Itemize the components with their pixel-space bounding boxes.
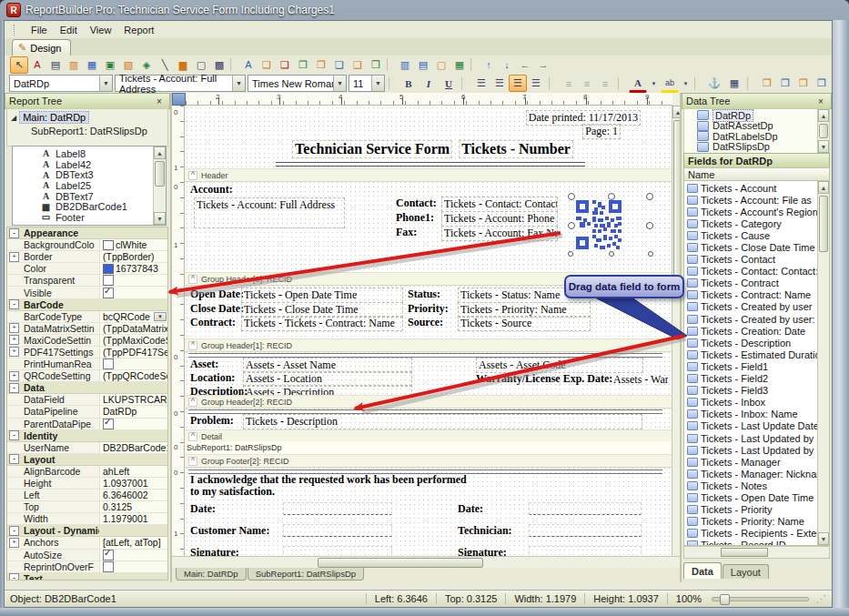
layer-order-button[interactable]: ❐ xyxy=(776,75,794,92)
field-item[interactable]: Tickets - Record ID xyxy=(686,540,829,546)
property-value[interactable]: ▼ xyxy=(99,419,167,429)
toolbar-icon[interactable]: ▤ xyxy=(46,56,65,74)
valign-button[interactable]: ≡ xyxy=(596,75,614,92)
property-row[interactable]: + Border (TppBorder) ▼ xyxy=(7,251,167,263)
field-item[interactable]: Tickets - Last Update Date xyxy=(686,420,829,432)
bold-button[interactable]: B xyxy=(399,75,418,92)
toolbar-icon[interactable]: ↖ xyxy=(10,56,28,74)
expand-icon[interactable]: + xyxy=(9,347,19,357)
anchor-button[interactable]: ⚓ xyxy=(705,75,723,92)
selection-handle[interactable] xyxy=(608,193,615,200)
align-button[interactable]: ☰ xyxy=(509,75,527,92)
font-size-combo[interactable]: 11▼ xyxy=(349,75,385,92)
report-title-left[interactable]: Technician Service Form xyxy=(292,140,452,158)
selection-handle[interactable] xyxy=(646,222,653,229)
property-row[interactable]: - BarCode ▼ xyxy=(7,299,167,311)
resize-grip-icon[interactable]: ⋰ xyxy=(816,593,826,605)
expand-icon[interactable]: + xyxy=(9,538,19,548)
property-row[interactable]: + QRCodeSetting (TppQRCodeSettings) ▼ xyxy=(7,370,167,382)
menu-item[interactable]: View xyxy=(84,23,118,37)
report-page-tab[interactable]: Main: DatRDp xyxy=(176,568,247,581)
property-value[interactable]: ▼ xyxy=(99,299,167,310)
property-row[interactable]: - Layout - Dynamic ▼ xyxy=(7,525,167,537)
field-item[interactable]: Tickets - Contract: Name xyxy=(686,289,829,301)
toolbar-icon[interactable] xyxy=(470,57,478,72)
fill-in-line[interactable] xyxy=(529,502,642,515)
property-row[interactable]: - Text ▼ xyxy=(7,573,167,581)
property-row[interactable]: Top 0.3125 ▼ xyxy=(7,501,167,513)
property-row[interactable]: DataPipeline DatRDp ▼ xyxy=(7,406,167,418)
field-label[interactable]: Location: xyxy=(190,371,235,385)
field-item[interactable]: Tickets - Account: File as xyxy=(686,194,829,206)
field-item[interactable]: Tickets - Field1 xyxy=(686,360,829,372)
field-value[interactable]: Tickets - Contact: Contact: Fi xyxy=(441,197,558,212)
account-address-field[interactable]: Tickets - Account: Full Address xyxy=(194,197,345,228)
font-name-combo[interactable]: Times New Roman▼ xyxy=(248,75,347,92)
canvas-horizontal-scrollbar[interactable] xyxy=(172,556,683,568)
barcode-selection[interactable] xyxy=(571,196,651,254)
fill-in-line[interactable] xyxy=(529,546,642,556)
scroll-down-icon[interactable]: ▼ xyxy=(154,212,166,225)
menu-item[interactable]: File xyxy=(25,23,54,37)
toolbar-icon[interactable]: ↑ xyxy=(480,56,498,74)
layer-order-button[interactable]: ❐ xyxy=(813,75,831,92)
toolbar-icon[interactable]: ▥ xyxy=(396,56,414,74)
property-row[interactable]: Height 1.0937001 ▼ xyxy=(7,478,167,490)
acknowledge-line2[interactable]: to my satisfaction. xyxy=(190,485,275,499)
toolbar-icon[interactable]: ❒ xyxy=(367,56,385,74)
property-row[interactable]: AlignBarcode ahLeft ▼ xyxy=(7,466,167,478)
problem-value[interactable]: Tickets - Description xyxy=(243,414,642,429)
expand-icon[interactable]: - xyxy=(9,383,19,393)
data-pipeline-combo[interactable]: DatRDp▼ xyxy=(9,75,113,92)
property-row[interactable]: - Data ▼ xyxy=(7,382,167,394)
report-canvas[interactable]: Date printed: 11/17/2013 Page: 1 Technic… xyxy=(185,106,672,556)
font-color-button[interactable]: A xyxy=(629,74,647,93)
warranty-label[interactable]: Warranty/License Exp. Date: xyxy=(476,372,612,386)
property-value[interactable]: bcQRCode ▼ xyxy=(99,311,167,322)
scroll-thumb[interactable] xyxy=(819,196,828,252)
field-label[interactable]: Date: xyxy=(458,502,483,516)
property-value[interactable]: ▼ xyxy=(99,382,167,393)
name-column-header[interactable]: Name xyxy=(683,167,830,181)
expand-icon[interactable]: - xyxy=(9,299,19,309)
scroll-up-icon[interactable]: ▲ xyxy=(818,181,829,194)
scroll-thumb[interactable] xyxy=(155,161,165,187)
toolbar-icon[interactable]: ❐ xyxy=(312,56,330,74)
objects-scrollbar[interactable]: ▲ ▼ xyxy=(153,146,166,225)
field-value[interactable]: Tickets - Priority: Name xyxy=(458,302,591,318)
checkbox[interactable] xyxy=(103,275,114,286)
property-row[interactable]: ReprintOnOverF ▼ xyxy=(7,561,167,573)
report-object-item[interactable]: ADBText3 xyxy=(40,169,166,180)
toolbar-icon[interactable]: ▥ xyxy=(65,56,83,74)
valign-button[interactable]: ≡ xyxy=(578,75,596,92)
property-value[interactable]: 1.1979001 ▼ xyxy=(99,513,167,524)
selection-handle[interactable] xyxy=(568,251,573,257)
checkbox[interactable] xyxy=(103,358,114,369)
fill-in-line[interactable] xyxy=(283,546,392,556)
property-row[interactable]: Width 1.1979001 ▼ xyxy=(7,513,167,525)
menu-item[interactable]: Report xyxy=(117,23,160,37)
field-item[interactable]: Tickets - Account xyxy=(686,182,829,194)
property-value[interactable]: DatRDp ▼ xyxy=(99,406,167,417)
toolbar-icon[interactable]: A xyxy=(239,56,258,74)
field-item[interactable]: Tickets - Inbox xyxy=(686,397,829,409)
report-object-item[interactable]: ADBText7 xyxy=(40,191,166,202)
field-label[interactable]: Fax: xyxy=(396,226,441,239)
selection-handle[interactable] xyxy=(568,222,575,229)
field-item[interactable]: Tickets - Account's Region Code xyxy=(686,206,829,217)
field-label[interactable]: Signature: xyxy=(190,546,239,556)
field-item[interactable]: Tickets - Creation: Date xyxy=(686,325,829,337)
layer-order-button[interactable]: ❐ xyxy=(794,75,813,92)
highlight-color-button[interactable]: ab xyxy=(661,74,679,93)
field-label[interactable]: Source: xyxy=(408,316,443,329)
align-button[interactable]: ☰ xyxy=(527,75,545,92)
field-item[interactable]: Tickets - Priority: Name xyxy=(686,516,829,528)
zoom-slider[interactable] xyxy=(712,597,809,601)
toolbar-icon[interactable]: ▣ xyxy=(101,56,119,74)
property-value[interactable]: ▼ xyxy=(99,227,167,238)
field-label[interactable]: Technician: xyxy=(458,524,512,538)
field-item[interactable]: Tickets - Category xyxy=(686,217,829,229)
close-icon[interactable]: × xyxy=(153,96,166,106)
property-value[interactable]: (TppDataMatrixSettings) ▼ xyxy=(99,323,167,334)
toolbar-icon[interactable]: ▆ xyxy=(174,56,192,74)
